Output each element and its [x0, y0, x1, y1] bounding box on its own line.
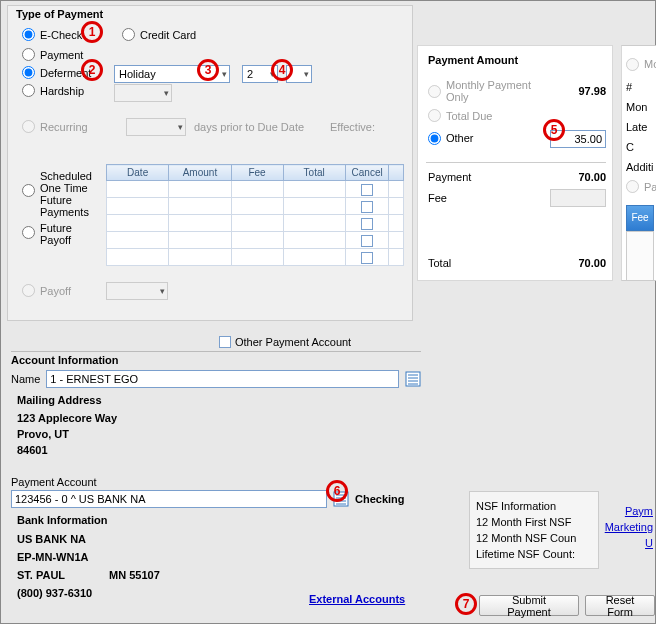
payoff-select: ▾ — [106, 282, 168, 300]
nsf-count12: 12 Month NSF Coun — [476, 530, 592, 546]
effective-label: Effective: — [330, 121, 375, 133]
deferment-reason-value: Holiday — [119, 68, 156, 80]
marketing-link[interactable]: Marketing — [605, 521, 653, 533]
payment-label: Payment — [428, 168, 506, 186]
nsf-title: NSF Information — [476, 498, 592, 514]
cancel-checkbox[interactable] — [361, 184, 373, 196]
bank-name: US BANK NA — [17, 530, 421, 548]
payment-account-label: Payment Account — [11, 476, 421, 488]
creditcard-label: Credit Card — [140, 29, 196, 41]
monthly-value: 97.98 — [550, 76, 606, 106]
col-cancel[interactable]: Cancel — [345, 165, 389, 181]
name-field[interactable]: 1 - ERNEST EGO — [46, 370, 399, 388]
other-payment-account-checkbox[interactable] — [219, 336, 231, 348]
addr-line2: Provo, UT — [17, 426, 421, 442]
table-row[interactable] — [107, 232, 404, 249]
u-link[interactable]: U — [645, 537, 653, 549]
deferment-reason-select[interactable]: Holiday ▾ — [114, 65, 230, 83]
side-pay-label: Pay — [644, 177, 656, 197]
total-label: Total — [428, 254, 509, 272]
monthly-label: Monthly Payment Only — [446, 79, 550, 103]
col-date[interactable]: Date — [107, 165, 169, 181]
cancel-checkbox[interactable] — [361, 235, 373, 247]
list-icon[interactable] — [405, 371, 421, 387]
other-amount-value: 35.00 — [574, 133, 602, 145]
name-value: 1 - ERNEST EGO — [50, 373, 138, 385]
table-row[interactable] — [107, 181, 404, 198]
echeck-radio[interactable]: E-Check — [22, 28, 82, 41]
recurring-radio: Recurring — [22, 120, 88, 133]
monthly-radio: Monthly Payment Only — [428, 79, 550, 103]
scheduled-future-label: Scheduled One Time Future Payments — [40, 170, 102, 218]
account-info-title: Account Information — [11, 351, 421, 366]
future-payoff-radio[interactable]: Future Payoff — [22, 222, 102, 246]
cancel-checkbox[interactable] — [361, 201, 373, 213]
list-icon[interactable] — [333, 491, 349, 507]
nsf-first: 12 Month First NSF — [476, 514, 592, 530]
cancel-checkbox[interactable] — [361, 218, 373, 230]
creditcard-radio[interactable]: Credit Card — [122, 28, 196, 41]
future-payments-grid[interactable]: Date Amount Fee Total Cancel — [106, 164, 404, 266]
type-of-payment-title: Type of Payment — [16, 8, 103, 20]
col-fee[interactable]: Fee — [231, 165, 283, 181]
submit-payment-button[interactable]: Submit Payment — [479, 595, 579, 616]
side-pay-radio: Pay — [626, 177, 656, 197]
other-label: Other — [446, 132, 474, 144]
col-total[interactable]: Total — [283, 165, 345, 181]
hardship-radio[interactable]: Hardship — [22, 84, 84, 97]
external-accounts-link[interactable]: External Accounts — [309, 593, 405, 605]
side-fee-box — [626, 231, 654, 281]
payment-label: Payment — [40, 49, 83, 61]
chevron-down-icon: ▾ — [160, 286, 165, 296]
chevron-down-icon: ▾ — [304, 69, 309, 79]
hardship-label: Hardship — [40, 85, 84, 97]
fee-field — [550, 189, 606, 207]
bank-code: EP-MN-WN1A — [17, 548, 421, 566]
side-nummo-label: # Mon — [626, 77, 654, 117]
side-late-label: Late C — [626, 117, 654, 157]
payment-radio[interactable]: Payment — [22, 48, 83, 61]
nsf-lifetime: Lifetime NSF Count: — [476, 546, 592, 562]
cancel-checkbox[interactable] — [361, 252, 373, 264]
bank-info-block: US BANK NA EP-MN-WN1A ST. PAULMN 55107 (… — [17, 530, 421, 602]
payoff-radio: Payoff — [22, 284, 71, 297]
table-row[interactable] — [107, 249, 404, 266]
payment-value: 70.00 — [506, 168, 606, 186]
echeck-label: E-Check — [40, 29, 82, 41]
paym-link[interactable]: Paym — [625, 505, 653, 517]
addr-line3: 84601 — [17, 442, 421, 458]
hardship-select: ▾ — [114, 84, 172, 102]
other-amount-field[interactable]: 35.00 — [550, 130, 606, 148]
fee-label: Fee — [428, 186, 506, 210]
recurring-days-select: ▾ — [126, 118, 186, 136]
side-addl-label: Additi — [626, 157, 654, 177]
name-label: Name — [11, 373, 40, 385]
payment-account-field[interactable]: 123456 - 0 ^ US BANK NA — [11, 490, 327, 508]
payment-account-value: 123456 - 0 ^ US BANK NA — [15, 493, 146, 505]
payoff-label: Payoff — [40, 285, 71, 297]
other-payment-account-label: Other Payment Account — [235, 336, 351, 348]
side-mo-radio: Mo — [626, 54, 656, 74]
table-row[interactable] — [107, 215, 404, 232]
chevron-down-icon: ▾ — [178, 122, 183, 132]
total-value: 70.00 — [509, 254, 606, 272]
bank-state-zip: MN 55107 — [109, 569, 160, 581]
side-fee-header: Fee — [626, 205, 654, 231]
side-mo-label: Mo — [644, 54, 656, 74]
chevron-down-icon: ▾ — [222, 69, 227, 79]
chevron-down-icon: ▾ — [164, 88, 169, 98]
totaldue-label: Total Due — [446, 110, 492, 122]
scheduled-future-radio[interactable]: Scheduled One Time Future Payments — [22, 170, 102, 218]
deferment-radio[interactable]: Deferment — [22, 66, 91, 79]
recurring-label: Recurring — [40, 121, 88, 133]
bank-city: ST. PAUL — [17, 569, 65, 581]
mailing-address-title: Mailing Address — [17, 394, 421, 406]
table-row[interactable] — [107, 198, 404, 215]
account-type-label: Checking — [355, 493, 405, 505]
reset-form-button[interactable]: Reset Form — [585, 595, 655, 616]
addr-line1: 123 Applecore Way — [17, 410, 421, 426]
deferment-count-b-select[interactable]: ▾ — [286, 65, 312, 83]
other-radio[interactable]: Other — [428, 132, 474, 145]
deferment-count-a-select[interactable]: 2 ▾ — [242, 65, 278, 83]
col-amount[interactable]: Amount — [169, 165, 231, 181]
